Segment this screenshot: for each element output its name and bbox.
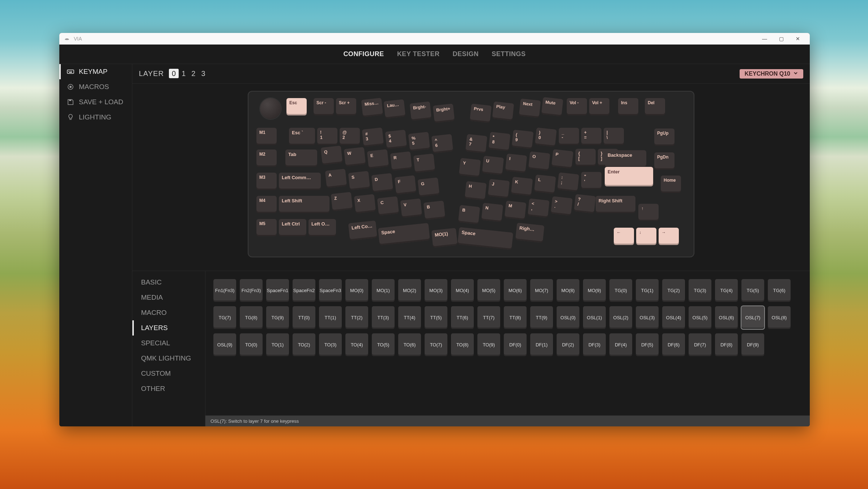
keyboard-key[interactable]: U (482, 156, 504, 175)
keyboard-key[interactable]: Miss… (361, 98, 383, 117)
keyboard-key[interactable]: Home (661, 176, 681, 193)
keyboard-key[interactable]: D (371, 173, 393, 193)
keycode-button[interactable]: TT(3) (372, 306, 395, 329)
keycode-button[interactable]: DF(4) (609, 333, 632, 356)
keyboard-key[interactable]: R (390, 151, 412, 171)
keyboard-key[interactable]: Scr + (336, 98, 356, 115)
keyboard-key[interactable]: K (511, 177, 533, 196)
keycode-button[interactable]: TG(7) (213, 306, 236, 329)
keyboard-key[interactable]: Mute (541, 97, 563, 117)
keycode-button[interactable]: DF(3) (583, 333, 606, 356)
keyboard-key[interactable]: ↓ (636, 228, 656, 245)
keycode-button[interactable]: TO(4) (345, 333, 368, 356)
keycode-category-layers[interactable]: LAYERS (132, 320, 205, 336)
keyboard-key[interactable]: @2 (340, 128, 360, 145)
keycode-category-other[interactable]: OTHER (132, 381, 205, 396)
keycode-button[interactable]: MO(9) (583, 279, 606, 302)
keyboard-key[interactable]: M5 (256, 219, 277, 236)
keycode-category-custom[interactable]: CUSTOM (132, 366, 205, 381)
keycode-button[interactable]: SpaceFn1 (266, 279, 289, 302)
keyboard-key[interactable]: Vol - (567, 98, 587, 115)
keycode-button[interactable]: TG(8) (240, 306, 263, 329)
keyboard-key[interactable]: B (424, 201, 446, 220)
keycode-button[interactable]: OSL(4) (662, 306, 685, 329)
keyboard-key[interactable]: :; (557, 172, 579, 192)
keyboard-key[interactable]: Left Shift (279, 196, 329, 213)
keycode-button[interactable]: OSL(8) (768, 306, 791, 329)
layer-select-0[interactable]: 0 (169, 69, 179, 78)
keyboard-key[interactable]: Q (321, 146, 343, 165)
keycode-button[interactable]: MO(1) (372, 279, 395, 302)
keycode-button[interactable]: MO(0) (345, 279, 368, 302)
keycode-button[interactable]: TG(2) (662, 279, 685, 302)
keycode-button[interactable]: MO(7) (530, 279, 553, 302)
keyboard-key[interactable]: += (581, 128, 601, 145)
keyboard-key[interactable]: Space (378, 223, 430, 245)
keycode-button[interactable]: TO(0) (240, 333, 263, 356)
keycode-button[interactable]: OSL(7) (741, 306, 764, 329)
tab-design[interactable]: DESIGN (453, 50, 479, 58)
keyboard-key[interactable]: Del (645, 98, 665, 115)
minimize-button[interactable]: — (756, 36, 773, 42)
keyboard-key[interactable]: Enter (605, 167, 653, 186)
layer-select-3[interactable]: 3 (198, 69, 208, 78)
keyboard-key[interactable]: {[ (575, 149, 596, 166)
keycode-button[interactable]: TO(8) (451, 333, 474, 356)
keyboard-key[interactable]: I (505, 153, 527, 173)
layer-select-2[interactable]: 2 (188, 69, 198, 78)
keyboard-key[interactable]: )0 (535, 127, 557, 147)
keycode-button[interactable]: DF(7) (689, 333, 711, 356)
keycode-button[interactable]: MO(2) (398, 279, 421, 302)
keyboard-key[interactable]: X (354, 194, 376, 214)
keyboard-key[interactable]: M2 (256, 149, 277, 167)
keyboard-key[interactable]: %5 (408, 132, 430, 151)
tab-settings[interactable]: SETTINGS (492, 50, 526, 58)
keyboard-key[interactable]: L (534, 174, 556, 194)
keycode-button[interactable]: TT(9) (530, 306, 553, 329)
keyboard-key[interactable]: ?/ (574, 194, 596, 214)
keycode-button[interactable]: TT(0) (293, 306, 315, 329)
keyboard-key[interactable]: M (505, 201, 527, 220)
keycode-button[interactable]: TO(7) (425, 333, 447, 356)
keyboard-key[interactable]: Esc (286, 98, 307, 115)
keyboard-key[interactable]: MO(1) (431, 228, 458, 248)
keycode-button[interactable]: DF(9) (741, 333, 764, 356)
keyboard-key[interactable]: *8 (489, 132, 511, 151)
keyboard-key[interactable]: E (367, 149, 389, 169)
keyboard-key[interactable]: W (344, 147, 366, 166)
keyboard-key[interactable]: Brght- (410, 101, 432, 121)
keycode-button[interactable]: TT(8) (504, 306, 527, 329)
keycode-category-media[interactable]: MEDIA (132, 290, 205, 305)
keyboard-key[interactable]: J (488, 179, 510, 198)
keyboard-key[interactable]: Backspace (605, 150, 646, 168)
keycode-button[interactable]: MO(3) (425, 279, 447, 302)
keycode-button[interactable]: TO(9) (477, 333, 500, 356)
keyboard-key[interactable]: Righ… (515, 223, 545, 243)
keyboard-key[interactable]: M4 (256, 196, 277, 213)
keyboard-key[interactable]: Esc ` (289, 128, 315, 145)
keycode-button[interactable]: DF(5) (636, 333, 659, 356)
device-selector[interactable]: KEYCHRON Q10 (740, 69, 803, 79)
layer-select-1[interactable]: 1 (179, 69, 188, 78)
keyboard-key[interactable]: N (481, 203, 503, 222)
keyboard-key[interactable]: S (348, 171, 370, 190)
keycode-category-basic[interactable]: BASIC (132, 275, 205, 290)
keycode-button[interactable]: SpaceFn3 (319, 279, 342, 302)
keycode-button[interactable]: DF(2) (557, 333, 579, 356)
keyboard-key[interactable]: F (395, 175, 417, 195)
keycode-button[interactable]: MO(6) (504, 279, 527, 302)
keyboard-key[interactable]: >. (551, 196, 573, 216)
keyboard-key[interactable]: P (552, 149, 574, 169)
keyboard-key[interactable]: Left Comm… (279, 173, 321, 190)
keycode-button[interactable]: TT(4) (398, 306, 421, 329)
keyboard-key[interactable]: Brght+ (433, 104, 455, 123)
keyboard-key[interactable]: #3 (362, 127, 384, 147)
keyboard-key[interactable]: &7 (465, 134, 488, 153)
keycode-button[interactable]: TO(3) (319, 333, 342, 356)
keycode-button[interactable]: DF(0) (504, 333, 527, 356)
keycode-category-macro[interactable]: MACRO (132, 305, 205, 320)
keyboard-key[interactable]: Tab (285, 149, 317, 167)
keycode-button[interactable]: OSL(5) (689, 306, 711, 329)
keycode-button[interactable]: TG(3) (689, 279, 711, 302)
keyboard-key[interactable]: ← (614, 228, 634, 245)
